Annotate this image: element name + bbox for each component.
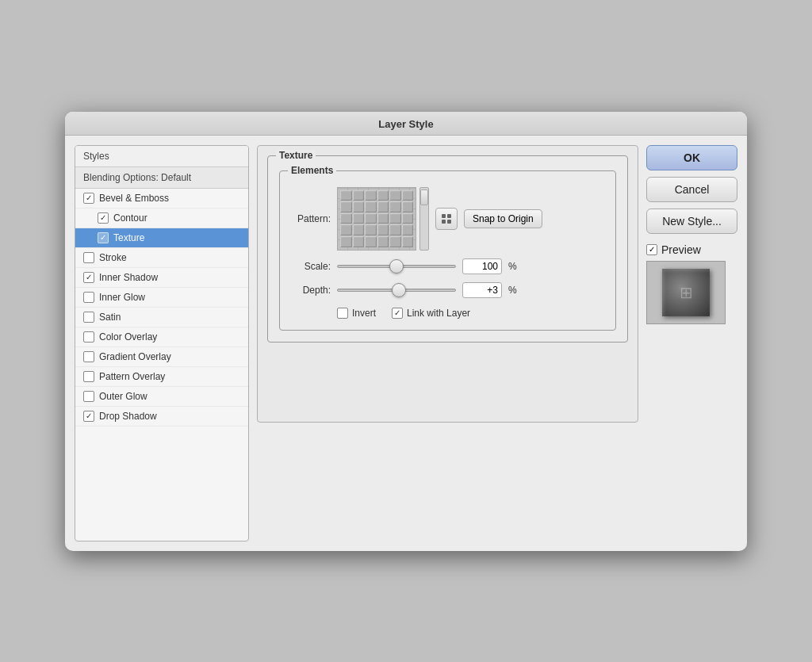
styles-header: Styles	[75, 146, 248, 167]
pattern-icon-button[interactable]	[435, 208, 458, 230]
blending-options-header: Blending Options: Default	[75, 167, 248, 189]
label-bevel-emboss: Bevel & Emboss	[99, 193, 169, 204]
checkbox-texture: ✓	[98, 232, 109, 243]
sidebar-item-gradient-overlay[interactable]: Gradient Overlay	[75, 347, 248, 367]
depth-label: Depth:	[291, 285, 331, 296]
scale-row: Scale: %	[291, 258, 604, 274]
sidebar-item-texture[interactable]: ✓Texture	[75, 228, 248, 248]
sidebar-item-drop-shadow[interactable]: ✓Drop Shadow	[75, 407, 248, 427]
preview-checkbox[interactable]: ✓	[646, 244, 657, 255]
checkbox-inner-glow	[83, 292, 94, 303]
center-panel: Texture Elements Pattern:	[257, 145, 638, 541]
label-color-overlay: Color Overlay	[99, 331, 157, 342]
ok-button[interactable]: OK	[646, 145, 737, 170]
sidebar-item-color-overlay[interactable]: Color Overlay	[75, 327, 248, 347]
depth-slider[interactable]	[337, 289, 456, 292]
depth-thumb[interactable]	[392, 283, 406, 297]
preview-thumbnail: ⊞	[662, 269, 710, 316]
preview-icon: ⊞	[680, 283, 693, 302]
label-contour: Contour	[113, 212, 147, 224]
link-with-layer-text: Link with Layer	[407, 308, 470, 319]
sidebar-item-inner-glow[interactable]: Inner Glow	[75, 288, 248, 308]
checkbox-stroke	[83, 252, 94, 263]
pattern-row: Pattern:	[291, 187, 604, 251]
scale-input[interactable]	[462, 258, 502, 274]
checkbox-contour: ✓	[98, 212, 109, 224]
cancel-button[interactable]: Cancel	[646, 177, 737, 202]
sidebar-item-stroke[interactable]: Stroke	[75, 248, 248, 268]
svg-rect-3	[447, 220, 451, 224]
label-inner-shadow: Inner Shadow	[99, 272, 158, 283]
checkbox-drop-shadow: ✓	[83, 411, 94, 422]
scale-thumb[interactable]	[389, 259, 404, 274]
sidebar-item-outer-glow[interactable]: Outer Glow	[75, 387, 248, 407]
label-stroke: Stroke	[99, 252, 127, 263]
pattern-label: Pattern:	[291, 213, 331, 224]
checkbox-bevel-emboss: ✓	[83, 193, 94, 204]
preview-section: ✓ Preview ⊞	[646, 243, 737, 324]
depth-row: Depth: %	[291, 282, 604, 298]
pattern-grid	[338, 188, 416, 250]
invert-checkbox[interactable]	[337, 308, 348, 319]
texture-group-label: Texture	[276, 150, 316, 161]
sidebar-item-contour[interactable]: ✓Contour	[75, 209, 248, 228]
scale-slider[interactable]	[337, 265, 456, 268]
scale-percent: %	[508, 261, 517, 272]
depth-percent: %	[508, 285, 517, 296]
pattern-preview[interactable]	[337, 187, 416, 251]
dialog-title: Layer Style	[65, 112, 747, 136]
checkbox-pattern-overlay	[83, 371, 94, 382]
link-with-layer-label[interactable]: ✓ Link with Layer	[392, 308, 470, 319]
label-outer-glow: Outer Glow	[99, 391, 147, 402]
invert-label[interactable]: Invert	[337, 308, 376, 319]
svg-rect-0	[442, 214, 446, 218]
pattern-scrollbar-thumb	[420, 189, 428, 205]
checkbox-gradient-overlay	[83, 351, 94, 362]
sidebar-item-inner-shadow[interactable]: ✓Inner Shadow	[75, 268, 248, 288]
checkbox-satin	[83, 312, 94, 323]
checkbox-color-overlay	[83, 331, 94, 342]
preview-label-row: ✓ Preview	[646, 243, 701, 256]
depth-input[interactable]	[462, 282, 502, 298]
right-panel: OK Cancel New Style... ✓ Preview ⊞	[646, 145, 737, 541]
scale-label: Scale:	[291, 261, 331, 272]
layer-style-dialog: Layer Style Styles Blending Options: Def…	[65, 112, 747, 551]
sidebar-item-pattern-overlay[interactable]: Pattern Overlay	[75, 367, 248, 387]
sidebar-item-satin[interactable]: Satin	[75, 308, 248, 327]
label-pattern-overlay: Pattern Overlay	[99, 371, 165, 382]
svg-rect-2	[442, 220, 446, 224]
link-with-layer-checkbox[interactable]: ✓	[392, 308, 403, 319]
preview-canvas: ⊞	[646, 261, 726, 324]
label-drop-shadow: Drop Shadow	[99, 411, 157, 422]
left-panel: Styles Blending Options: Default ✓Bevel …	[75, 145, 249, 541]
sidebar-item-bevel-emboss[interactable]: ✓Bevel & Emboss	[75, 189, 248, 209]
texture-group: Texture Elements Pattern:	[267, 155, 628, 342]
snap-to-origin-button[interactable]: Snap to Origin	[464, 209, 542, 228]
preview-label: Preview	[661, 243, 701, 256]
invert-text: Invert	[352, 308, 376, 319]
elements-group: Elements Pattern:	[279, 170, 616, 331]
checkbox-inner-shadow: ✓	[83, 272, 94, 283]
checkbox-row: Invert ✓ Link with Layer	[291, 308, 604, 319]
pattern-scrollbar[interactable]	[419, 187, 429, 251]
label-gradient-overlay: Gradient Overlay	[99, 351, 171, 362]
content-area: Texture Elements Pattern:	[257, 145, 638, 423]
label-texture: Texture	[113, 232, 144, 243]
checkbox-outer-glow	[83, 391, 94, 402]
svg-rect-1	[447, 214, 451, 218]
new-style-button[interactable]: New Style...	[646, 209, 737, 234]
label-inner-glow: Inner Glow	[99, 292, 145, 303]
elements-group-label: Elements	[288, 165, 336, 176]
label-satin: Satin	[99, 312, 121, 323]
